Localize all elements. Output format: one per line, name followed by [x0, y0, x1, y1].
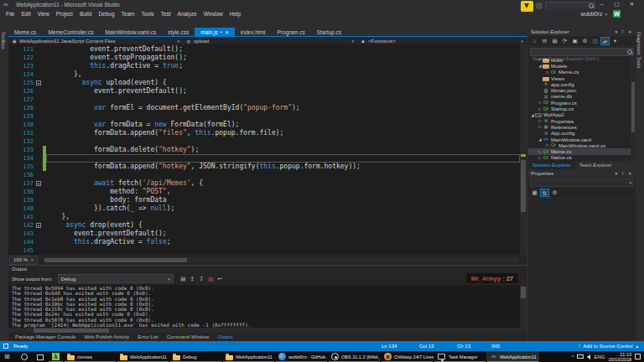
editor-line-142[interactable]: 142 async drop(event) { [8, 221, 520, 230]
collapse-region-icon[interactable] [36, 181, 41, 186]
tab-meme-cs[interactable]: Meme.cs [8, 28, 42, 36]
breakpoint-margin[interactable] [8, 196, 15, 204]
tree-item-properties[interactable]: ▷⚒Properties [528, 118, 636, 124]
collapse-all-icon[interactable]: ⊟ [540, 37, 549, 45]
close-tab-icon[interactable]: ✕ [225, 29, 229, 35]
breakpoint-margin[interactable] [8, 129, 15, 137]
editor-line-127[interactable]: 127 [8, 96, 520, 104]
feedback-icon[interactable] [536, 3, 543, 9]
breakpoint-margin[interactable] [8, 204, 15, 213]
diagnostic-tools-rail[interactable]: Diagnostic Tools [636, 28, 644, 341]
start-button[interactable]: ⊞ [0, 351, 16, 362]
status-insert-mode[interactable]: INS [491, 344, 500, 349]
menu-tools[interactable]: Tools [138, 9, 157, 18]
breakpoint-margin[interactable] [8, 79, 15, 87]
output-source-dropdown[interactable]: Debug▾ [58, 274, 174, 283]
restore-button[interactable]: ▢ [610, 0, 623, 8]
tree-item-mainwindow-xaml[interactable]: ◢<>MainWindow.xaml [528, 137, 636, 142]
navbar-scope-dropdown[interactable]: ◆ <Functions> ▾ [357, 37, 527, 44]
editor-line-139[interactable]: 139 body: formData [8, 196, 520, 204]
breakpoint-margin[interactable] [8, 96, 15, 104]
pin-icon[interactable]: ⊤ [620, 171, 626, 176]
fold-margin[interactable] [35, 221, 43, 230]
breakpoint-margin[interactable] [8, 54, 15, 62]
status-column-number[interactable]: Col 13 [419, 344, 434, 349]
breakpoint-margin[interactable] [8, 179, 15, 188]
collapse-region-icon[interactable] [36, 80, 41, 85]
properties-object-dropdown[interactable]: ▾ [530, 178, 634, 187]
editor-line-122[interactable]: 122 event.stopPropagation(); [8, 54, 520, 62]
editor-line-136[interactable]: 136 [8, 171, 520, 179]
editor-line-138[interactable]: 138 method: "POST", [8, 188, 520, 196]
tree-item-mainwindow-xaml-cs[interactable]: ▷C#MainWindow.xaml.cs [528, 142, 636, 148]
tab-index-html[interactable]: index.html [235, 28, 272, 36]
editor-line-134[interactable]: 134 [8, 154, 520, 163]
action-center-icon[interactable] [635, 354, 641, 359]
menu-window[interactable]: Window [200, 9, 226, 18]
filter-dropdown-icon[interactable]: ▾ [610, 37, 620, 45]
editor-scrollbar-thumb[interactable] [521, 160, 526, 212]
editor-line-133[interactable]: 133 formData.delete("hotkey"); [8, 146, 520, 154]
editor-line-129[interactable]: 129 [8, 112, 520, 121]
tree-item-hubs[interactable]: ▷Hubs [528, 57, 636, 63]
breakpoint-margin[interactable] [8, 154, 15, 163]
tree-item-startup-cs[interactable]: ▷C#Startup.cs [528, 106, 636, 111]
lambda-app-button[interactable]: λ [48, 351, 64, 362]
search-button[interactable] [16, 351, 32, 362]
breakpoint-margin[interactable] [8, 121, 15, 129]
menu-file[interactable]: File [3, 9, 18, 18]
home-icon[interactable]: ⌂ [530, 37, 539, 45]
tree-item-libman-json[interactable]: {}libman.json [528, 87, 636, 93]
property-pages-icon[interactable]: ⚙ [550, 189, 559, 197]
collapse-region-icon[interactable] [36, 223, 41, 228]
menu-debug[interactable]: Debug [95, 9, 117, 18]
toolbox-rail[interactable]: Toolbox [0, 28, 8, 341]
editor-line-130[interactable]: 130 var formData = new FormData(formEl); [8, 121, 520, 129]
editor-line-125[interactable]: 125 async upload(event) { [8, 79, 520, 87]
network-icon[interactable] [577, 354, 584, 359]
clock[interactable]: 21:13 15/10/2018 [608, 352, 631, 362]
editor-line-140[interactable]: 140 }).catch(_ => null); [8, 204, 520, 213]
tree-item-native-cs[interactable]: ▷C#Native.cs [528, 155, 636, 161]
firefox-chillstep-button[interactable]: Chillstep 24/7 Lives... [381, 351, 434, 362]
editor-vertical-scrollbar[interactable] [520, 44, 527, 255]
editor-line-132[interactable]: 132 [8, 137, 520, 146]
tree-item-views[interactable]: Views [528, 75, 636, 81]
breakpoint-margin[interactable] [8, 163, 15, 171]
new-item-icon[interactable]: ▣ [570, 37, 579, 45]
explorer-webapplication11-2-button[interactable]: WebApplication11 [222, 351, 275, 362]
menu-view[interactable]: View [34, 9, 53, 18]
editor-line-137[interactable]: 137 await fetch('/api/Memes', { [8, 179, 520, 188]
breakpoint-margin[interactable] [8, 62, 15, 70]
breakpoint-margin[interactable] [8, 213, 15, 221]
breakpoint-margin[interactable] [8, 70, 15, 79]
tab-mainwindow-xaml-cs[interactable]: MainWindow.xaml.cs [100, 28, 163, 36]
editor-line-123[interactable]: 123 this.dragActive = true; [8, 62, 520, 70]
breakpoint-margin[interactable] [8, 246, 15, 255]
close-icon[interactable]: ✕ [626, 29, 633, 34]
menu-help[interactable]: Help [226, 9, 244, 18]
clear-all-icon[interactable]: ▨ [206, 276, 216, 282]
explorer-webapplication11-button[interactable]: WebApplication11 [117, 351, 169, 362]
account-menu[interactable]: wubbl0rz ▾ [580, 9, 607, 18]
minimize-button[interactable]: – [595, 0, 608, 8]
breakpoint-margin[interactable] [8, 238, 15, 246]
language-indicator[interactable]: ENG [594, 354, 605, 359]
visual-studio-button[interactable]: ∞WebApplication11 ... [486, 351, 539, 362]
window-position-icon[interactable]: ▾ [613, 29, 620, 34]
output-vertical-scrollbar[interactable] [520, 285, 527, 328]
breakpoint-margin[interactable] [8, 137, 15, 146]
toggle-word-wrap-icon[interactable]: ↩ [216, 276, 225, 282]
add-to-source-control-button[interactable]: ↑ Add to Source Control ▲ [578, 344, 639, 349]
editor-line-144[interactable]: 144 this.dragActive = false; [8, 238, 520, 246]
tab-memecontroller-cs[interactable]: MemeController.cs [42, 28, 99, 36]
next-message-icon[interactable]: ↧ [197, 276, 206, 282]
menu-analyze[interactable]: Analyze [174, 9, 200, 18]
breakpoint-margin[interactable] [8, 45, 15, 54]
tree-item-app-config[interactable]: ⚙app.config [528, 81, 636, 87]
menu-build[interactable]: Build [76, 9, 95, 18]
fold-margin[interactable] [35, 79, 43, 87]
editor-zoom-dropdown[interactable]: 100 %▾ [9, 256, 38, 265]
panel-tab-web-publish-activity[interactable]: Web Publish Activity [80, 333, 132, 341]
menu-edit[interactable]: Edit [18, 9, 34, 18]
